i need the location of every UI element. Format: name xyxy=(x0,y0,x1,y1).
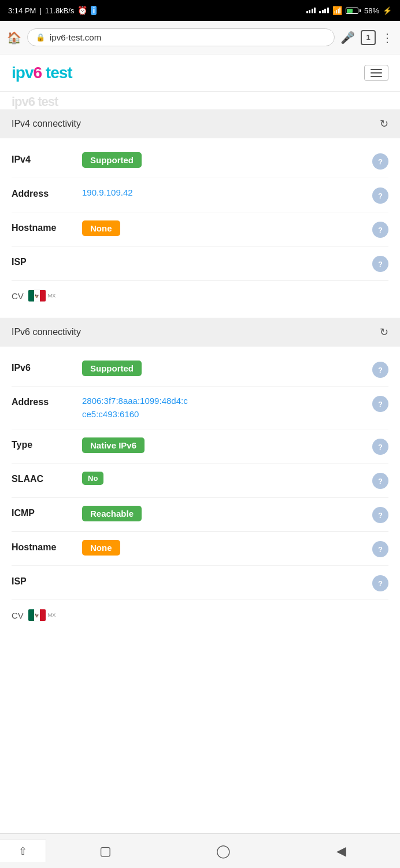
ghost-logo: ipv6 test xyxy=(12,94,58,109)
ipv6-content: IPv6 Supported ? Address 2806:3f7:8aaa:1… xyxy=(0,347,400,637)
ghost-logo-row: ipv6 test xyxy=(0,92,400,109)
hamburger-line xyxy=(371,76,382,77)
back-button[interactable]: ◀ xyxy=(318,834,364,869)
hamburger-line xyxy=(371,69,382,70)
country-code-mx: MX xyxy=(48,293,56,299)
status-bar: 3:14 PM | 11.8kB/s ⏰ i 📶 58% ⚡ xyxy=(0,0,400,21)
url-text: ipv6-test.com xyxy=(50,32,326,42)
ipv6-icmp-badge: Reachable xyxy=(82,506,142,521)
ipv4-status-help[interactable]: ? xyxy=(372,153,388,170)
ipv6-slaac-help[interactable]: ? xyxy=(372,473,388,489)
ipv4-isp-row: ISP ? xyxy=(12,247,388,281)
chevron-up-icon: ⇧ xyxy=(18,845,27,858)
ipv6-icmp-label: ICMP xyxy=(12,506,75,518)
ipv4-refresh-button[interactable]: ↻ xyxy=(380,117,388,130)
ipv4-hostname-label: Hostname xyxy=(12,220,75,233)
ipv4-hostname-value: None xyxy=(82,220,365,236)
network-speed: 11.8kB/s xyxy=(45,6,75,15)
status-left: 3:14 PM | 11.8kB/s ⏰ i xyxy=(8,6,97,15)
tab-count[interactable]: 1 xyxy=(361,30,376,45)
ipv4-address-label: Address xyxy=(12,186,75,199)
ipv6-status-label: IPv6 xyxy=(12,361,75,373)
ipv4-hostname-help[interactable]: ? xyxy=(372,222,388,238)
status-right: 📶 58% ⚡ xyxy=(306,6,392,15)
ipv6-address-label: Address xyxy=(12,395,75,407)
ipv6-slaac-value: No xyxy=(82,472,365,485)
more-options-button[interactable]: ⋮ xyxy=(382,31,393,45)
ipv6-slaac-label: SLAAC xyxy=(12,472,75,484)
ipv6-type-row: Type Native IPv6 ? xyxy=(12,429,388,464)
ipv6-type-help[interactable]: ? xyxy=(372,439,388,455)
ipv4-section-title: IPv4 connectivity xyxy=(12,119,81,129)
ipv6-type-value: Native IPv6 xyxy=(82,437,365,453)
hamburger-line xyxy=(371,72,382,73)
ipv6-supported-badge: Supported xyxy=(82,361,142,376)
ipv6-flag-mexico: 🦅 xyxy=(28,609,46,621)
ipv4-hostname-row: Hostname None ? xyxy=(12,212,388,247)
ipv6-cv-text: CV xyxy=(12,610,24,620)
ipv6-address-link[interactable]: 2806:3f7:8aaa:1099:48d4:cce5:c493:6160 xyxy=(82,396,188,419)
ipv6-hostname-label: Hostname xyxy=(12,540,75,553)
ipv6-icmp-value: Reachable xyxy=(82,506,365,521)
ipv4-status-row: IPv4 Supported ? xyxy=(12,144,388,178)
ipv4-supported-badge: Supported xyxy=(82,152,142,168)
ipv6-slaac-badge: No xyxy=(82,472,103,485)
ipv4-cv-text: CV xyxy=(12,291,24,301)
ipv4-content: IPv4 Supported ? Address 190.9.109.42 ? … xyxy=(0,138,400,318)
ipv6-cv-row: CV 🦅 MX xyxy=(12,600,388,626)
ipv6-refresh-button[interactable]: ↻ xyxy=(380,326,388,339)
time-label: 3:14 PM xyxy=(8,6,36,15)
site-header: ipv6 test xyxy=(0,54,400,92)
signal-bars-1 xyxy=(306,8,316,13)
ipv4-address-help[interactable]: ? xyxy=(372,187,388,204)
lock-icon: 🔒 xyxy=(36,33,45,42)
ipv4-address-row: Address 190.9.109.42 ? xyxy=(12,178,388,212)
home-button[interactable]: 🏠 xyxy=(7,31,21,45)
logo-test: test xyxy=(42,64,72,82)
ipv6-address-value: 2806:3f7:8aaa:1099:48d4:cce5:c493:6160 xyxy=(82,395,365,421)
bottom-nav: ⇧ ▢ ◯ ◀ xyxy=(0,833,400,868)
circle-button[interactable]: ◯ xyxy=(200,834,246,869)
square-button[interactable]: ▢ xyxy=(82,834,128,869)
ipv4-status-value: Supported xyxy=(82,152,365,168)
ipv6-address-row: Address 2806:3f7:8aaa:1099:48d4:cce5:c49… xyxy=(12,387,388,429)
ipv4-address-value: 190.9.109.42 xyxy=(82,186,365,200)
hamburger-menu-button[interactable] xyxy=(364,65,388,81)
site-logo: ipv6 test xyxy=(12,64,72,82)
ipv6-section-title: IPv6 connectivity xyxy=(12,327,81,337)
ipv4-isp-help[interactable]: ? xyxy=(372,256,388,272)
ipv6-slaac-row: SLAAC No ? xyxy=(12,464,388,498)
ipv6-isp-help[interactable]: ? xyxy=(372,575,388,591)
url-bar[interactable]: 🔒 ipv6-test.com xyxy=(27,28,335,46)
ipv4-section-header: IPv4 connectivity ↻ xyxy=(0,109,400,138)
alarm-icon: ⏰ xyxy=(77,6,87,15)
charging-icon: ⚡ xyxy=(383,6,392,15)
battery-icon xyxy=(346,8,361,14)
ipv6-country-code-mx: MX xyxy=(48,612,56,618)
ipv4-hostname-badge: None xyxy=(82,220,120,236)
ipv6-hostname-badge: None xyxy=(82,540,120,556)
microphone-button[interactable]: 🎤 xyxy=(340,31,355,45)
ipv6-status-row: IPv6 Supported ? xyxy=(12,352,388,387)
ipv6-status-help[interactable]: ? xyxy=(372,362,388,378)
ipv4-flag-mexico: 🦅 xyxy=(28,290,46,301)
logo-ipv: ipv xyxy=(12,64,33,82)
logo-6: 6 xyxy=(33,64,42,82)
battery-percent: 58% xyxy=(364,6,379,15)
ipv6-hostname-help[interactable]: ? xyxy=(372,541,388,557)
ipv6-isp-row: ISP ? xyxy=(12,566,388,600)
ipv6-address-help[interactable]: ? xyxy=(372,396,388,412)
ipv4-address-link[interactable]: 190.9.109.42 xyxy=(82,187,133,197)
ipv4-status-label: IPv4 xyxy=(12,152,75,165)
ipv6-isp-label: ISP xyxy=(12,574,75,587)
ipv6-section-header: IPv6 connectivity ↻ xyxy=(0,318,400,347)
chevron-up-bar[interactable]: ⇧ xyxy=(0,840,46,862)
ipv6-status-value: Supported xyxy=(82,361,365,376)
ipv6-type-badge: Native IPv6 xyxy=(82,437,145,453)
ipv6-icmp-help[interactable]: ? xyxy=(372,507,388,523)
ipv6-type-label: Type xyxy=(12,437,75,450)
ipv6-hostname-value: None xyxy=(82,540,365,556)
speed-label: | xyxy=(39,6,41,15)
ipv4-isp-label: ISP xyxy=(12,255,75,267)
signal-bars-2 xyxy=(319,8,329,13)
